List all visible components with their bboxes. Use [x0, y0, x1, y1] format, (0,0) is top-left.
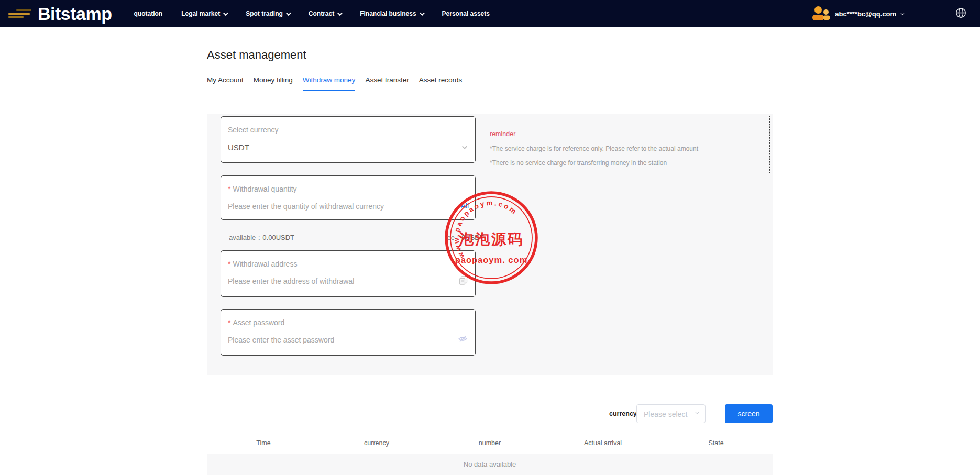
filter-currency-label: currency	[609, 410, 637, 417]
globe-icon	[955, 7, 966, 18]
navbar-right: abc****bc@qq.com	[812, 0, 980, 27]
tab-asset-transfer[interactable]: Asset transfer	[365, 76, 409, 91]
fee-label: fee：	[445, 234, 461, 241]
col-state: State	[659, 439, 773, 447]
asset-password-field[interactable]: *Asset password Please enter the asset p…	[221, 309, 476, 356]
app-root: Bitstamp quotation Legal market Spot tra…	[0, 0, 980, 475]
withdrawal-address-label: *Withdrawal address	[228, 260, 297, 268]
select-currency-value: USDT	[228, 143, 249, 152]
select-currency-field[interactable]: Select currency USDT	[221, 116, 476, 163]
fee-info: fee：0USDT	[445, 233, 484, 242]
records-table-header: Time currency number Actual arrival Stat…	[207, 439, 773, 447]
filter-select-placeholder: Please select	[644, 410, 687, 418]
reminder-line-2: *There is no service charge for transfer…	[490, 159, 667, 167]
available-value: 0.00USDT	[262, 234, 294, 241]
chevron-down-icon	[900, 11, 904, 15]
available-balance: available：0.00USDT	[229, 233, 294, 242]
nav-label: Personal assets	[442, 10, 490, 17]
all-max-link[interactable]: All	[460, 202, 469, 210]
select-currency-label: Select currency	[228, 126, 278, 134]
reminder-title: reminder	[490, 130, 515, 138]
asset-tabs: My Account Money filling Withdraw money …	[207, 76, 773, 91]
page-title: Asset management	[207, 48, 306, 62]
reminder-line-1: *The service charge is for reference onl…	[490, 145, 698, 152]
nav-item-legal-market[interactable]: Legal market	[181, 10, 227, 17]
withdrawal-address-field[interactable]: *Withdrawal address Please enter the add…	[221, 250, 476, 297]
withdrawal-quantity-placeholder: Please enter the quantity of withdrawal …	[228, 202, 384, 211]
nav-label: Legal market	[181, 10, 220, 17]
required-mark: *	[228, 260, 230, 268]
required-mark: *	[228, 185, 230, 193]
available-label: available：	[229, 234, 262, 241]
paste-copy-icon[interactable]	[459, 276, 468, 285]
chevron-down-icon	[337, 10, 343, 16]
nav-label: Contract	[309, 10, 334, 17]
table-empty-state: No data available	[207, 454, 773, 475]
required-mark: *	[228, 318, 230, 327]
nav-item-financial-business[interactable]: Financial business	[360, 10, 423, 17]
filter-currency-select[interactable]: Please select	[636, 404, 706, 423]
bitstamp-logo[interactable]: Bitstamp	[38, 4, 112, 24]
col-time: Time	[207, 439, 320, 447]
nav-label: Spot trading	[246, 10, 283, 17]
tab-money-filling[interactable]: Money filling	[254, 76, 293, 91]
tab-withdraw-money[interactable]: Withdraw money	[303, 76, 356, 91]
top-navbar: Bitstamp quotation Legal market Spot tra…	[0, 0, 980, 27]
col-number: number	[433, 439, 546, 447]
nav-item-spot-trading[interactable]: Spot trading	[246, 10, 290, 17]
asset-password-label: *Asset password	[228, 318, 284, 327]
nav-label: Financial business	[360, 10, 416, 17]
language-globe-button[interactable]	[955, 7, 966, 20]
withdrawal-address-placeholder: Please enter the address of withdrawal	[228, 277, 354, 285]
chevron-down-icon	[462, 144, 467, 149]
nav-label: quotation	[134, 10, 162, 17]
hamburger-menu-icon[interactable]	[8, 9, 31, 18]
tab-asset-records[interactable]: Asset records	[419, 76, 463, 91]
nav-item-personal-assets[interactable]: Personal assets	[442, 10, 490, 17]
label-text: Asset password	[233, 318, 284, 327]
chevron-down-icon	[695, 411, 699, 414]
asset-password-placeholder: Please enter the asset password	[228, 336, 334, 344]
tab-my-account[interactable]: My Account	[207, 76, 244, 91]
col-currency: currency	[320, 439, 433, 447]
chevron-down-icon	[223, 10, 228, 16]
eye-off-icon[interactable]	[458, 335, 468, 343]
main-nav: quotation Legal market Spot trading Cont…	[134, 10, 489, 17]
label-text: Withdrawal address	[233, 260, 297, 268]
withdraw-form-panel: Select currency USDT reminder *The servi…	[207, 114, 773, 375]
nav-item-contract[interactable]: Contract	[309, 10, 341, 17]
chevron-down-icon	[286, 10, 291, 16]
chevron-down-icon	[420, 10, 425, 16]
account-menu[interactable]: abc****bc@qq.com	[812, 5, 903, 22]
user-email: abc****bc@qq.com	[835, 10, 896, 18]
user-avatar-icon	[812, 5, 831, 22]
col-actual-arrival: Actual arrival	[546, 439, 659, 447]
withdrawal-quantity-label: *Withdrawal quantity	[228, 185, 297, 193]
screen-filter-button[interactable]: screen	[725, 404, 773, 423]
nav-item-quotation[interactable]: quotation	[134, 10, 162, 17]
fee-value: 0USDT	[461, 234, 484, 241]
label-text: Withdrawal quantity	[233, 185, 296, 193]
withdrawal-quantity-field[interactable]: *Withdrawal quantity Please enter the qu…	[221, 175, 476, 220]
